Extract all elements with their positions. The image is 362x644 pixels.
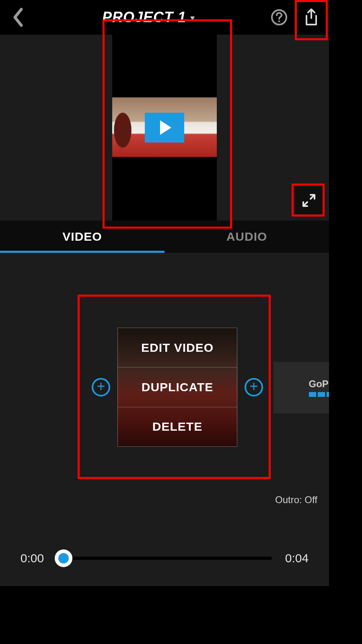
scrubber-track[interactable] (57, 557, 272, 560)
help-icon (271, 9, 288, 26)
clip-menu-edit[interactable]: EDIT VIDEO (118, 328, 237, 367)
outro-clip[interactable]: GoPro S (274, 362, 329, 413)
tabs: VIDEO AUDIO (0, 221, 329, 253)
header-left (7, 7, 28, 28)
gopro-icon (309, 392, 329, 397)
play-icon (160, 120, 171, 135)
tab-video-label: VIDEO (62, 230, 102, 244)
clip-menu-edit-label: EDIT VIDEO (141, 341, 214, 355)
clip-menu-duplicate-label: DUPLICATE (142, 380, 213, 394)
share-icon (303, 8, 319, 27)
tab-audio-label: AUDIO (226, 230, 267, 244)
timeline-area: + EDIT VIDEO DUPLICATE DELETE + GoPro S (0, 253, 329, 530)
header-right (269, 7, 322, 28)
header: PROJECT 1 ▾ (0, 0, 329, 35)
preview-video[interactable] (112, 35, 217, 221)
preview-area (0, 35, 329, 221)
outro-logo: GoPro S (309, 378, 329, 397)
clip-selected[interactable]: EDIT VIDEO DUPLICATE DELETE (117, 328, 237, 447)
project-title: PROJECT 1 (102, 9, 186, 26)
help-button[interactable] (269, 7, 290, 28)
scrubber: 0:00 0:04 (0, 530, 329, 586)
expand-icon (302, 193, 316, 208)
chevron-down-icon: ▾ (190, 13, 195, 23)
app-root: PROJECT 1 ▾ VIDEO AUDIO + (0, 0, 329, 586)
tab-video[interactable]: VIDEO (0, 221, 165, 253)
clip-menu-delete[interactable]: DELETE (118, 407, 237, 446)
add-clip-after-button[interactable]: + (245, 378, 263, 396)
thumb-dot-icon (58, 553, 69, 564)
add-clip-before-button[interactable]: + (92, 378, 110, 396)
project-title-button[interactable]: PROJECT 1 ▾ (102, 9, 195, 26)
chevron-left-icon (12, 8, 24, 27)
back-button[interactable] (7, 7, 28, 28)
play-button[interactable] (145, 113, 184, 142)
outro-brand: GoPro (309, 378, 329, 390)
svg-point-1 (278, 21, 280, 22)
time-total: 0:04 (281, 551, 313, 565)
clip-context-menu: EDIT VIDEO DUPLICATE DELETE (118, 328, 237, 446)
share-button[interactable] (301, 7, 322, 28)
time-current: 0:00 (16, 551, 48, 565)
tab-audio[interactable]: AUDIO (165, 221, 329, 253)
outro-status: Outro: Off (275, 494, 317, 506)
fullscreen-button[interactable] (295, 187, 323, 214)
scrubber-thumb[interactable] (55, 549, 72, 567)
clip-menu-duplicate[interactable]: DUPLICATE (118, 367, 237, 407)
clip-row: + EDIT VIDEO DUPLICATE DELETE + GoPro S (0, 328, 329, 447)
clip-menu-delete-label: DELETE (152, 420, 202, 433)
